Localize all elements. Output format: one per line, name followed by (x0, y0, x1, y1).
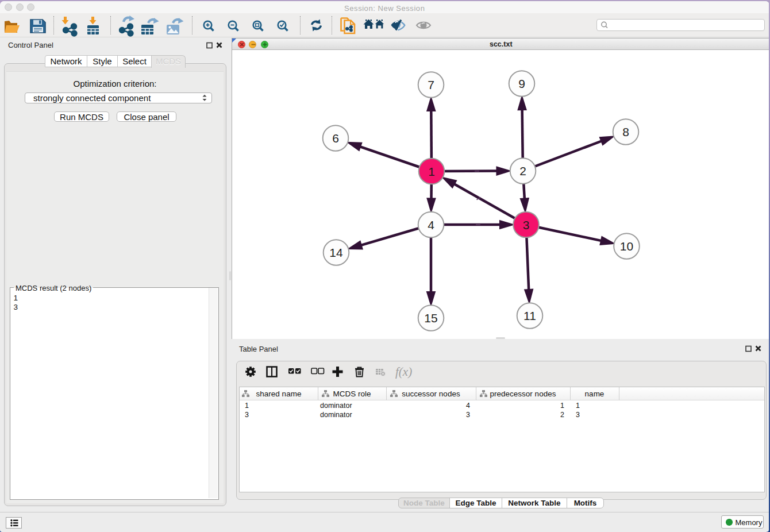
svg-text:10: 10 (620, 240, 633, 253)
svg-text:9: 9 (518, 77, 525, 90)
svg-text:1: 1 (428, 165, 435, 178)
svg-text:6: 6 (332, 132, 339, 145)
svg-text:15: 15 (424, 311, 437, 325)
svg-text:7: 7 (428, 78, 434, 91)
svg-text:4: 4 (428, 218, 434, 232)
svg-text:8: 8 (622, 125, 629, 138)
svg-text:2: 2 (519, 164, 526, 178)
svg-text:14: 14 (329, 246, 343, 259)
svg-text:f(x): f(x) (395, 365, 412, 379)
svg-text:11: 11 (523, 309, 536, 322)
svg-text:3: 3 (523, 218, 530, 232)
